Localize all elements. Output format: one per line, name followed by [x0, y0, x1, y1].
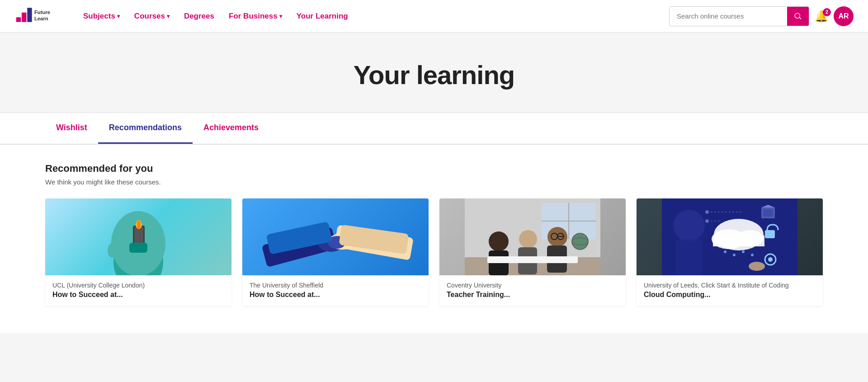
tabs-list: Wishlist Recommendations Achievements — [45, 113, 823, 144]
chevron-down-icon: ▾ — [117, 13, 120, 19]
chevron-down-icon: ▾ — [279, 13, 282, 19]
courses-grid: UCL (University College London) How to S… — [45, 198, 823, 306]
svg-text:Learn: Learn — [34, 16, 48, 21]
svg-rect-39 — [675, 239, 703, 275]
card-body: UCL (University College London) How to S… — [45, 275, 231, 306]
section-title: Recommended for you — [45, 163, 823, 174]
main-nav: Future Learn Subjects ▾ Courses ▾ Degree… — [0, 0, 868, 33]
card-body: Coventry University Teacher Training... — [439, 275, 626, 306]
svg-text:Future: Future — [34, 9, 50, 15]
svg-point-54 — [705, 210, 709, 214]
card-title: How to Succeed at... — [250, 291, 421, 299]
nav-your-learning[interactable]: Your Learning — [291, 8, 354, 24]
section-subtitle: We think you might like these courses. — [45, 178, 823, 186]
chevron-down-icon: ▾ — [167, 13, 170, 19]
search-bar[interactable] — [669, 6, 809, 26]
course-card[interactable]: The University of Sheffield How to Succe… — [242, 198, 429, 306]
svg-rect-50 — [763, 209, 773, 217]
svg-rect-12 — [129, 243, 147, 253]
page-title: Your learning — [14, 60, 854, 90]
search-input[interactable] — [670, 12, 787, 20]
search-icon — [793, 12, 802, 21]
svg-rect-9 — [134, 227, 143, 243]
card-body: The University of Sheffield How to Succe… — [242, 275, 429, 306]
svg-point-29 — [519, 230, 537, 248]
svg-rect-2 — [27, 8, 32, 22]
svg-rect-43 — [713, 236, 764, 246]
course-card-image — [439, 198, 626, 275]
svg-rect-11 — [137, 221, 140, 229]
avatar[interactable]: AR — [834, 6, 854, 26]
card-body: University of Leeds, Click Start & Insti… — [637, 275, 823, 306]
card-title: Teacher Training... — [447, 291, 618, 299]
logo[interactable]: Future Learn — [14, 5, 60, 27]
card-institution: Coventry University — [447, 282, 618, 289]
course-card[interactable]: University of Leeds, Click Start & Insti… — [637, 198, 823, 306]
svg-point-7 — [108, 243, 117, 258]
svg-point-47 — [751, 254, 754, 256]
svg-point-58 — [749, 262, 765, 271]
course-card-image — [45, 198, 231, 275]
course-card-image — [242, 198, 429, 275]
card-institution: UCL (University College London) — [52, 282, 224, 289]
nav-for-business[interactable]: For Business ▾ — [223, 8, 288, 24]
main-content: Recommended for you We think you might l… — [0, 145, 868, 333]
svg-rect-1 — [22, 12, 26, 22]
notification-bell[interactable]: 🔔 2 — [815, 10, 828, 23]
card-institution: University of Leeds, Click Start & Insti… — [644, 282, 816, 289]
course-card[interactable]: UCL (University College London) How to S… — [45, 198, 231, 306]
svg-point-38 — [673, 210, 705, 241]
svg-rect-36 — [487, 256, 578, 263]
nav-subjects[interactable]: Subjects ▾ — [78, 8, 125, 24]
tab-wishlist[interactable]: Wishlist — [45, 113, 98, 144]
hero-section: Your learning — [0, 33, 868, 113]
svg-point-44 — [724, 250, 726, 253]
svg-point-27 — [489, 231, 509, 251]
search-button[interactable] — [787, 6, 809, 26]
nav-right: 🔔 2 AR — [669, 6, 854, 26]
notification-badge: 2 — [823, 8, 831, 16]
nav-links: Subjects ▾ Courses ▾ Degrees For Busines… — [78, 8, 669, 24]
svg-rect-48 — [765, 230, 775, 238]
card-title: Cloud Computing... — [644, 291, 816, 299]
svg-point-24 — [572, 233, 588, 250]
card-institution: The University of Sheffield — [250, 282, 421, 289]
course-card-image — [637, 198, 823, 275]
svg-rect-0 — [16, 17, 21, 22]
svg-point-57 — [768, 257, 773, 262]
card-title: How to Succeed at... — [52, 291, 224, 299]
svg-point-46 — [742, 250, 745, 253]
course-card[interactable]: Coventry University Teacher Training... — [439, 198, 626, 306]
svg-point-55 — [705, 219, 709, 223]
tab-recommendations[interactable]: Recommendations — [98, 113, 193, 144]
tab-achievements[interactable]: Achievements — [193, 113, 269, 144]
svg-point-45 — [733, 254, 736, 256]
nav-courses[interactable]: Courses ▾ — [129, 8, 175, 24]
nav-degrees[interactable]: Degrees — [179, 8, 220, 24]
tabs-section: Wishlist Recommendations Achievements — [0, 113, 868, 145]
